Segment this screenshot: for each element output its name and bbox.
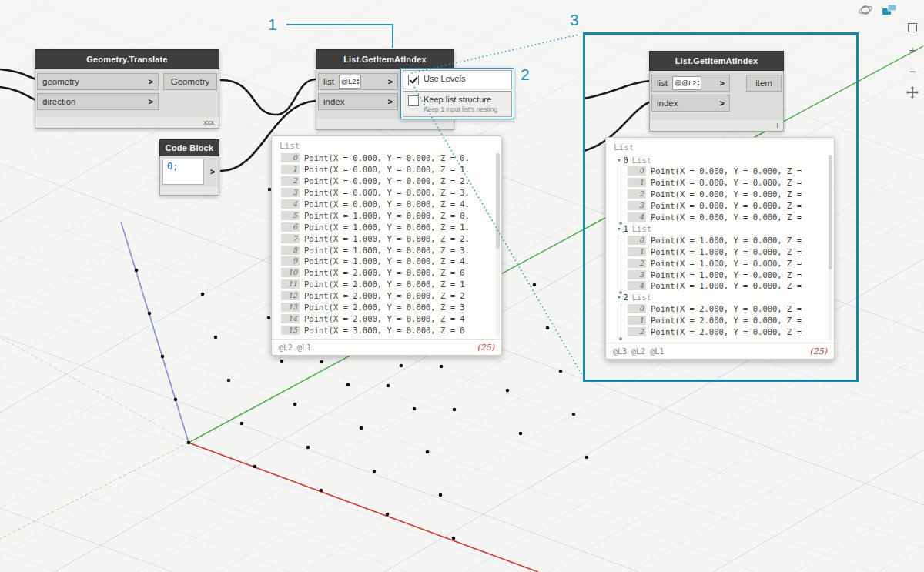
row-index: 13	[281, 303, 300, 312]
list-row: 3Point(X = 0.000, Y = 0.000, Z =	[628, 200, 828, 212]
group-header[interactable]: ▾0List	[617, 154, 828, 166]
stepper-arrows-icon[interactable]: ▴▾	[357, 78, 359, 85]
item-count: (25)	[477, 343, 494, 353]
list-row: 1Point(X = 0.000, Y = 0.000, Z =	[628, 177, 828, 189]
row-index: 1	[628, 316, 646, 325]
row-index: 0	[281, 153, 300, 162]
scrollbar[interactable]	[496, 153, 500, 336]
level-stepper[interactable]: @L2 ▴▾	[339, 75, 361, 89]
row-index: 11	[281, 279, 300, 289]
stepper-arrows-icon[interactable]: ▴▾	[697, 79, 699, 87]
list-row: 0Point(X = 2.000, Y = 0.000, Z =	[628, 303, 828, 315]
list-row: 11Point(X = 2.000, Y = 0.000, Z = 1	[281, 279, 495, 290]
list-row: 4Point(X = 0.000, Y = 0.000, Z = 4.	[281, 199, 495, 210]
collapse-icon[interactable]: ▾	[617, 225, 621, 232]
port-input-geometry[interactable]: geometry >	[37, 73, 159, 90]
row-index: 1	[628, 178, 646, 187]
row-index: 6	[281, 222, 300, 232]
node-geometry-translate[interactable]: Geometry.Translate geometry > direction …	[35, 49, 219, 129]
node-footer	[316, 119, 454, 130]
node-title[interactable]: List.GetItemAtIndex	[316, 49, 454, 69]
port-label: index	[323, 97, 345, 106]
code-block-input[interactable]: 0;	[162, 159, 204, 185]
list-row: 0Point(X = 1.000, Y = 0.000, Z =	[628, 234, 828, 246]
list-group: ▾2List0Point(X = 2.000, Y = 0.000, Z =1P…	[615, 292, 828, 338]
port-input-index[interactable]: index >	[318, 93, 398, 110]
use-levels-checkbox[interactable]	[408, 75, 419, 85]
axis-x-red	[189, 443, 538, 572]
list-group: ▾0List0Point(X = 0.000, Y = 0.000, Z =1P…	[615, 154, 828, 222]
row-text: Point(X = 2.000, Y = 0.000, Z =	[651, 327, 802, 336]
node-code-block[interactable]: Code Block 0; >	[159, 139, 219, 196]
level-stepper[interactable]: @@L2 ▴▾	[672, 76, 701, 90]
row-index: 4	[628, 281, 646, 290]
port-arrow-icon: >	[720, 79, 725, 88]
use-levels-option[interactable]: Use Levels	[403, 70, 512, 89]
row-text: Point(X = 1.000, Y = 0.000, Z =	[651, 247, 802, 256]
port-label: Geometry	[171, 77, 210, 86]
port-input-direction[interactable]: direction >	[37, 93, 159, 110]
list-row: 1Point(X = 2.000, Y = 0.000, Z =	[628, 315, 828, 326]
port-output-code[interactable]: >	[206, 156, 219, 187]
row-text: Point(X = 1.000, Y = 0.000, Z =	[651, 259, 802, 268]
row-text: Point(X = 2.000, Y = 0.000, Z = 2	[304, 291, 465, 300]
list-row: 2Point(X = 0.000, Y = 0.000, Z =	[628, 189, 828, 200]
zoom-in-button[interactable]: +	[905, 42, 920, 57]
pan-button[interactable]	[905, 85, 920, 100]
port-input-list[interactable]: list @L2 ▴▾ >	[318, 73, 398, 90]
row-index: 7	[281, 234, 300, 243]
geometry-views-icon[interactable]	[881, 2, 898, 18]
row-text: Point(X = 2.000, Y = 0.000, Z = 3	[304, 303, 465, 312]
row-text: Point(X = 0.000, Y = 0.000, Z = 2.	[304, 176, 470, 186]
callout-1: 1	[268, 15, 277, 34]
port-output-geometry[interactable]: Geometry	[163, 73, 217, 90]
collapse-icon[interactable]: ▾	[617, 156, 621, 164]
list-row: 1Point(X = 1.000, Y = 0.000, Z =	[628, 246, 828, 257]
zoom-out-button[interactable]: −	[905, 63, 920, 79]
node-title[interactable]: Code Block	[159, 139, 219, 156]
row-index: 2	[628, 327, 646, 336]
row-text: Point(X = 2.000, Y = 0.000, Z =	[651, 304, 802, 313]
lacing-indicator[interactable]: xxx	[35, 117, 219, 129]
scrollbar[interactable]	[829, 155, 832, 340]
use-levels-popup[interactable]: Use Levels Keep list structure Keep 1 in…	[400, 68, 514, 119]
preview-bubble-right[interactable]: List ▾0List0Point(X = 0.000, Y = 0.000, …	[605, 137, 835, 360]
port-output-item[interactable]: item	[746, 75, 782, 92]
row-text: Point(X = 0.000, Y = 0.000, Z = 3.	[304, 188, 470, 197]
list-row: 3Point(X = 1.000, Y = 0.000, Z =	[628, 269, 828, 280]
row-index: 12	[281, 291, 300, 300]
dynamo-canvas[interactable]: Geometry.Translate geometry > direction …	[0, 0, 924, 572]
keep-list-structure-option[interactable]: Keep list structure Keep 1 input list's …	[403, 91, 512, 117]
group-header[interactable]: ▾2List	[617, 292, 828, 303]
node-title[interactable]: List.GetItemAtIndex	[649, 51, 784, 71]
node-title[interactable]: Geometry.Translate	[35, 49, 219, 69]
preview-title: List	[272, 136, 501, 152]
row-index: 0	[628, 236, 646, 245]
row-text: Point(X = 0.000, Y = 0.000, Z = 4.	[304, 199, 470, 209]
port-input-list[interactable]: list @@L2 ▴▾ >	[651, 75, 730, 92]
list-row: 4Point(X = 1.000, Y = 0.000, Z =	[628, 280, 828, 292]
group-header[interactable]: ▾1List	[617, 222, 828, 234]
row-text: Point(X = 3.000, Y = 0.000, Z = 0	[304, 326, 465, 335]
row-index: 3	[628, 201, 646, 210]
axis-z-blue	[121, 222, 189, 443]
port-arrow-icon: >	[388, 97, 393, 106]
list-row: 2Point(X = 2.000, Y = 0.000, Z =	[628, 326, 828, 338]
zoom-fit-button[interactable]	[905, 20, 920, 35]
row-text: Point(X = 1.000, Y = 0.000, Z =	[651, 270, 802, 279]
row-text: Point(X = 1.000, Y = 0.000, Z = 3.	[304, 246, 470, 255]
port-label: list	[323, 77, 334, 86]
orbit-icon[interactable]	[858, 2, 873, 18]
row-index: 8	[281, 246, 300, 255]
collapse-icon[interactable]: ▾	[617, 293, 621, 301]
node-list-getitematindex-zoomed[interactable]: List.GetItemAtIndex list @@L2 ▴▾ > index…	[649, 51, 784, 132]
keep-list-structure-checkbox[interactable]	[408, 95, 419, 106]
row-text: Point(X = 0.000, Y = 0.000, Z =	[651, 189, 802, 199]
lacing-indicator[interactable]: I	[649, 120, 784, 132]
preview-left-rows: 0Point(X = 0.000, Y = 0.000, Z = 0.1Poin…	[272, 152, 501, 336]
row-index: 4	[628, 212, 646, 222]
preview-bubble-left[interactable]: List 0Point(X = 0.000, Y = 0.000, Z = 0.…	[271, 135, 502, 356]
port-input-index[interactable]: index >	[651, 95, 730, 112]
row-text: Point(X = 0.000, Y = 0.000, Z =	[651, 212, 802, 222]
row-index: 10	[281, 268, 300, 277]
